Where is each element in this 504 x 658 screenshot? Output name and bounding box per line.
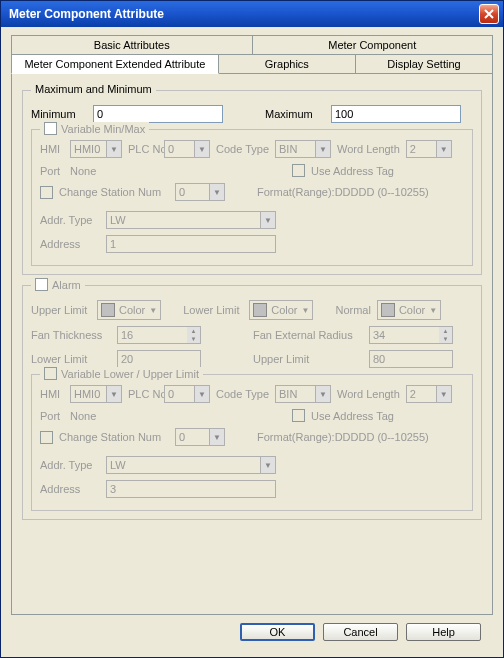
chevron-down-icon: ▼ [194, 386, 209, 402]
chevron-down-icon: ▼ [260, 212, 275, 228]
alarm-wordlen-combo: 2▼ [406, 385, 452, 403]
cancel-button[interactable]: Cancel [323, 623, 398, 641]
alarm-addrtype-combo: LW▼ [106, 456, 276, 474]
chevron-down-icon: ▼ [106, 386, 121, 402]
lowerlimit-label: Lower Limit [183, 304, 243, 316]
help-button[interactable]: Help [406, 623, 481, 641]
hmi-combo: HMI0▼ [70, 140, 122, 158]
port-label: Port [40, 165, 64, 177]
codetype-label: Code Type [216, 143, 269, 155]
upperlimit2-input [369, 350, 453, 368]
chevron-down-icon: ▼ [315, 141, 330, 157]
close-icon [484, 9, 494, 19]
fanthickness-spinner: ▲▼ [117, 326, 201, 344]
chevron-down-icon: ▼ [315, 386, 330, 402]
chevron-down-icon: ▼ [194, 141, 209, 157]
alarm-hmi-label: HMI [40, 388, 64, 400]
alarm-codetype-label: Code Type [216, 388, 269, 400]
minimum-label: Minimum [31, 108, 87, 120]
alarm-port-label: Port [40, 410, 64, 422]
change-station-combo: 0▼ [175, 183, 225, 201]
alarm-format-label: Format(Range):DDDDD (0--10255) [257, 431, 429, 443]
tab-graphics[interactable]: Graphics [219, 54, 356, 73]
spin-down-icon: ▼ [439, 335, 452, 343]
titlebar[interactable]: Meter Component Attribute [1, 1, 503, 27]
alarm-change-station-label: Change Station Num [59, 431, 169, 443]
chevron-down-icon: ▼ [436, 386, 451, 402]
variable-limits-legend: Variable Lower / Upper Limit [61, 368, 199, 380]
color-swatch [101, 303, 115, 317]
variable-limits-checkbox [44, 367, 57, 380]
alarm-addrtype-label: Addr. Type [40, 459, 100, 471]
fanradius-label: Fan External Radius [253, 329, 363, 341]
chevron-down-icon: ▼ [209, 429, 224, 445]
alarm-legend: Alarm [52, 279, 81, 291]
chevron-down-icon: ▼ [302, 306, 310, 315]
alarm-use-addrtag-label: Use Address Tag [311, 410, 394, 422]
alarm-plcno-label: PLC No. [128, 390, 158, 399]
group-max-min: Maximum and Minimum Minimum Maximum Vari… [22, 90, 482, 275]
upperlimit2-label: Upper Limit [253, 353, 363, 365]
close-button[interactable] [479, 4, 499, 24]
alarm-wordlen-label: Word Length [337, 388, 400, 400]
spin-up-icon: ▲ [187, 327, 200, 335]
ok-button[interactable]: OK [240, 623, 315, 641]
change-station-checkbox [40, 186, 53, 199]
address-input [106, 235, 276, 253]
tab-extended-attribute[interactable]: Meter Component Extended Attribute [11, 54, 219, 74]
plcno-combo: 0▼ [164, 140, 210, 158]
upperlimit-label: Upper Limit [31, 304, 91, 316]
address-label: Address [40, 238, 100, 250]
normal-color-button: Color▼ [377, 300, 441, 320]
alarm-address-input [106, 480, 276, 498]
maximum-input[interactable] [331, 105, 461, 123]
alarm-port-value: None [70, 410, 130, 422]
use-addrtag-label: Use Address Tag [311, 165, 394, 177]
upperlimit-color-button: Color▼ [97, 300, 161, 320]
port-value: None [70, 165, 130, 177]
addrtype-label: Addr. Type [40, 214, 100, 226]
group-variable-limits: Variable Lower / Upper Limit HMI HMI0▼ P… [31, 374, 473, 511]
tab-display-setting[interactable]: Display Setting [356, 54, 493, 73]
group-alarm: Alarm Upper Limit Color▼ Lower Limit Col… [22, 285, 482, 520]
lowerlimit-color-button: Color▼ [249, 300, 313, 320]
codetype-combo: BIN▼ [275, 140, 331, 158]
tab-basic-attributes[interactable]: Basic Attributes [11, 35, 253, 54]
minimum-input[interactable] [93, 105, 223, 123]
window-title: Meter Component Attribute [9, 7, 164, 21]
chevron-down-icon: ▼ [209, 184, 224, 200]
wordlen-combo: 2▼ [406, 140, 452, 158]
legend-max-min: Maximum and Minimum [31, 83, 156, 95]
chevron-down-icon: ▼ [106, 141, 121, 157]
alarm-change-station-combo: 0▼ [175, 428, 225, 446]
addrtype-combo: LW▼ [106, 211, 276, 229]
format-label: Format(Range):DDDDD (0--10255) [257, 186, 429, 198]
chevron-down-icon: ▼ [149, 306, 157, 315]
change-station-label: Change Station Num [59, 186, 169, 198]
fanthickness-label: Fan Thickness [31, 329, 111, 341]
alarm-plcno-combo: 0▼ [164, 385, 210, 403]
lowerlimit2-label: Lower Limit [31, 353, 111, 365]
color-swatch [381, 303, 395, 317]
plcno-label: PLC No. [128, 145, 158, 154]
hmi-label: HMI [40, 143, 64, 155]
maximum-label: Maximum [265, 108, 325, 120]
spin-down-icon: ▼ [187, 335, 200, 343]
chevron-down-icon: ▼ [429, 306, 437, 315]
use-addrtag-checkbox [292, 164, 305, 177]
alarm-hmi-combo: HMI0▼ [70, 385, 122, 403]
alarm-change-station-checkbox [40, 431, 53, 444]
fanradius-spinner: ▲▼ [369, 326, 453, 344]
group-variable-minmax: Variable Min/Max HMI HMI0▼ PLC No. 0▼ Co… [31, 129, 473, 266]
variable-minmax-checkbox[interactable] [44, 122, 57, 135]
chevron-down-icon: ▼ [260, 457, 275, 473]
tab-meter-component[interactable]: Meter Component [253, 35, 494, 54]
variable-minmax-legend: Variable Min/Max [61, 123, 145, 135]
color-swatch [253, 303, 267, 317]
chevron-down-icon: ▼ [436, 141, 451, 157]
spin-up-icon: ▲ [439, 327, 452, 335]
wordlen-label: Word Length [337, 143, 400, 155]
alarm-checkbox[interactable] [35, 278, 48, 291]
alarm-address-label: Address [40, 483, 100, 495]
alarm-codetype-combo: BIN▼ [275, 385, 331, 403]
